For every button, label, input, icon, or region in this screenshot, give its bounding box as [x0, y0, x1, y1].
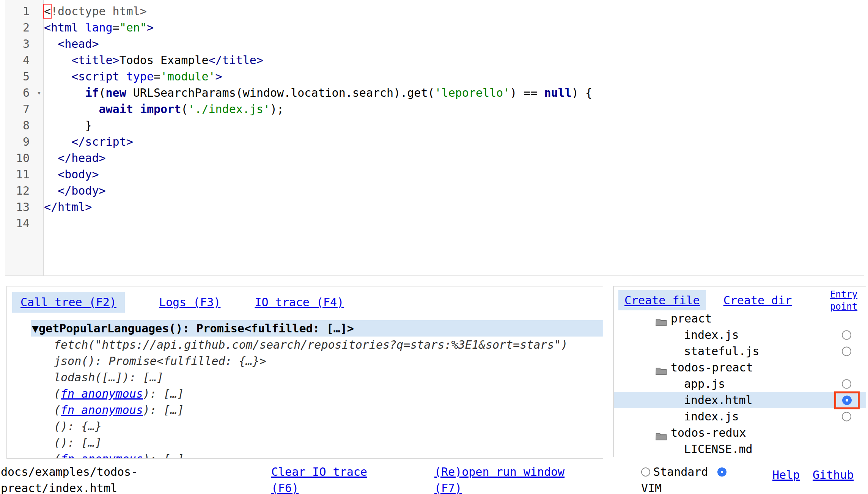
- calltree-row[interactable]: (): {…}: [7, 418, 603, 434]
- gutter-row: 6▾: [5, 85, 43, 101]
- tree-row-file[interactable]: stateful.js: [614, 343, 866, 359]
- calltree-row[interactable]: lodash([…]): […]: [7, 369, 603, 385]
- code-line[interactable]: </body>: [44, 182, 864, 199]
- tree-row-file[interactable]: app.js: [614, 376, 866, 392]
- vim-keybinding-radio[interactable]: [717, 467, 726, 477]
- line-number: 4: [5, 52, 35, 68]
- code-line[interactable]: <html lang="en">: [44, 19, 864, 36]
- code-token: "en": [120, 21, 147, 34]
- help-link[interactable]: Help: [772, 467, 800, 483]
- entry-point-radio[interactable]: [842, 395, 852, 405]
- anonymous-fn-link[interactable]: fn anonymous: [61, 387, 143, 400]
- calltree-tabs: Call tree (F2)Logs (F3)IO trace (F4): [7, 286, 603, 313]
- calltree-rows: ▼getPopularLanguages(): Promise<fulfille…: [7, 320, 603, 459]
- code-token: <body>: [58, 168, 99, 181]
- anonymous-fn-link[interactable]: fn anonymous: [61, 452, 143, 459]
- code-line[interactable]: </script>: [44, 134, 864, 150]
- tree-row-content: todos-preact: [614, 359, 866, 376]
- calltree-row-text: ): […]: [143, 403, 184, 417]
- code-token: [44, 184, 58, 197]
- github-link[interactable]: Github: [813, 467, 854, 483]
- fold-gutter-spacer: [35, 36, 43, 52]
- entry-point-radio-slot: [842, 412, 851, 421]
- file-tree: preactindex.jsstateful.jstodos-preactapp…: [614, 310, 866, 457]
- code-line[interactable]: </html>: [44, 199, 864, 215]
- calltree-row[interactable]: (): […]: [7, 434, 603, 451]
- code-line[interactable]: <!doctype html>: [44, 3, 864, 19]
- code-editor[interactable]: 123456▾7891011121314 <!doctype html><htm…: [5, 0, 864, 276]
- code-line[interactable]: }: [44, 117, 864, 134]
- code-token: null: [544, 86, 572, 99]
- calltree-tab[interactable]: Call tree (F2): [12, 292, 125, 313]
- entry-point-radio[interactable]: [842, 330, 851, 340]
- code-line[interactable]: <body>: [44, 166, 864, 182]
- gutter-row: 4: [5, 52, 43, 68]
- calltree-row[interactable]: (fn anonymous): […]: [7, 402, 603, 418]
- code-line[interactable]: <script type='module'>: [44, 68, 864, 85]
- directory-name: preact: [671, 310, 712, 327]
- calltree-row[interactable]: (fn anonymous): […]: [7, 385, 603, 402]
- file-name: LICENSE.md: [684, 441, 753, 457]
- entry-point-radio[interactable]: [842, 379, 851, 389]
- editor-gutter: 123456▾7891011121314: [5, 0, 44, 276]
- code-token: './index.js': [188, 102, 270, 116]
- file-name: stateful.js: [684, 343, 760, 359]
- standard-keybinding-radio[interactable]: [641, 467, 650, 477]
- code-line[interactable]: await import('./index.js');: [44, 101, 864, 117]
- code-line[interactable]: if(new URLSearchParams(window.location.s…: [44, 85, 864, 101]
- tree-row-file[interactable]: index.js: [614, 408, 866, 425]
- fold-gutter-spacer: [35, 166, 43, 182]
- line-number: 9: [5, 134, 35, 150]
- calltree-row-text: lodash([…]): […]: [54, 371, 164, 384]
- tree-row-directory[interactable]: todos-redux: [614, 425, 866, 441]
- fold-arrow-icon[interactable]: ▾: [35, 85, 43, 101]
- create-dir-button[interactable]: Create dir: [723, 290, 792, 310]
- file-name: index.js: [684, 408, 739, 425]
- calltree-row[interactable]: ▼getPopularLanguages(): Promise<fulfille…: [31, 320, 603, 337]
- code-token: type: [126, 70, 154, 83]
- calltree-tab[interactable]: IO trace (F4): [255, 292, 344, 313]
- reopen-run-window-button[interactable]: (Re)open run window (F7): [434, 464, 594, 494]
- gutter-row: 2: [5, 19, 43, 36]
- code-token: [44, 168, 58, 181]
- code-line[interactable]: </head>: [44, 150, 864, 166]
- code-token: [120, 70, 126, 83]
- current-file-path: docs/examples/todos-preact/index.html: [1, 464, 145, 494]
- calltree-row-text: (): {…}: [54, 420, 102, 433]
- anonymous-fn-link[interactable]: fn anonymous: [61, 403, 143, 417]
- gutter-row: 1: [5, 3, 43, 19]
- gutter-row: 8: [5, 117, 43, 134]
- code-token: (: [99, 86, 106, 99]
- clear-io-trace-button[interactable]: Clear IO trace (F6): [271, 464, 381, 494]
- fold-gutter-spacer: [35, 182, 43, 199]
- code-token: !doctype html>: [51, 5, 147, 18]
- calltree-row[interactable]: (fn anonymous): […]: [7, 451, 603, 459]
- calltree-row-text: ▼getPopularLanguages(): Promise<fulfille…: [32, 322, 354, 335]
- code-token: [133, 102, 140, 116]
- entry-point-radio[interactable]: [842, 412, 851, 421]
- code-line[interactable]: <head>: [44, 36, 864, 52]
- tree-row-content: index.js: [614, 408, 866, 425]
- tree-row-directory[interactable]: todos-preact: [614, 359, 866, 376]
- calltree-row-text: (: [54, 387, 61, 400]
- editor-ruler: [631, 0, 631, 276]
- code-line[interactable]: [44, 215, 864, 231]
- code-line[interactable]: <title>Todos Example</title>: [44, 52, 864, 68]
- line-number: 8: [5, 117, 35, 134]
- code-area[interactable]: <!doctype html><html lang="en"> <head> <…: [44, 3, 864, 231]
- tree-row-file[interactable]: LICENSE.md: [614, 441, 866, 457]
- calltree-row[interactable]: json(): Promise<fulfilled: {…}>: [7, 353, 603, 369]
- entry-point-radio[interactable]: [842, 346, 851, 356]
- calltree-row[interactable]: fetch("https://api.github.com/search/rep…: [7, 337, 603, 353]
- line-number: 7: [5, 101, 35, 117]
- directory-name: todos-preact: [671, 359, 753, 376]
- keybinding-options: Standard VIM: [641, 464, 736, 494]
- tree-row-directory[interactable]: preact: [614, 310, 866, 327]
- calltree-tab[interactable]: Logs (F3): [159, 292, 221, 313]
- tree-row-file[interactable]: index.js: [614, 327, 866, 343]
- calltree-row-text: (: [54, 452, 61, 459]
- entry-point-radio-slot: [842, 346, 851, 356]
- tree-row-file[interactable]: index.html: [614, 392, 866, 408]
- create-file-button[interactable]: Create file: [618, 290, 706, 310]
- entry-point-header[interactable]: Entry point: [827, 288, 860, 313]
